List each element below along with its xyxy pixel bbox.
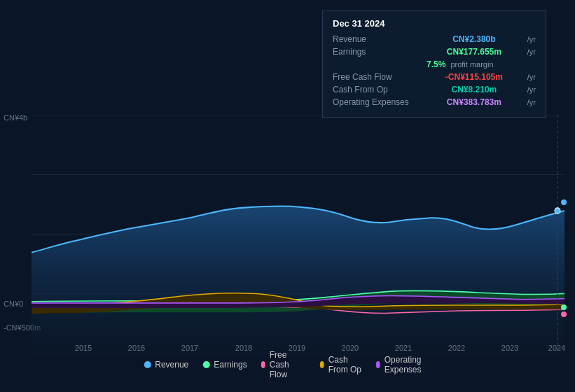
- tooltip-suffix-fcf: /yr: [527, 73, 536, 81]
- tooltip-label-cashop: Cash From Op: [333, 85, 424, 94]
- x-label-2022: 2022: [448, 344, 465, 352]
- legend-label-fcf: Free Cash Flow: [270, 350, 306, 379]
- side-dot-fcf: [561, 312, 567, 317]
- tooltip-row-opex: Operating Expenses CN¥383.783m /yr: [333, 97, 536, 107]
- legend-dot-opex: [376, 361, 380, 368]
- tooltip-row-revenue: Revenue CN¥2.380b /yr: [333, 34, 536, 44]
- profit-margin-row: 7.5% profit margin: [427, 59, 536, 69]
- profit-margin-value: 7.5%: [427, 59, 445, 69]
- side-dot-revenue: [561, 200, 567, 205]
- profit-margin-label: profit margin: [448, 60, 493, 69]
- tooltip-suffix-opex: /yr: [527, 98, 536, 106]
- tooltip-value-opex: CN¥383.783m: [447, 97, 501, 107]
- legend-label-opex: Operating Expenses: [385, 355, 431, 374]
- tooltip-label-opex: Operating Expenses: [333, 97, 424, 107]
- legend-dot-fcf: [261, 361, 265, 368]
- legend: Revenue Earnings Free Cash Flow Cash Fro…: [144, 350, 431, 379]
- legend-label-revenue: Revenue: [155, 360, 188, 370]
- tooltip-value-cashop: CN¥8.210m: [452, 85, 497, 94]
- tooltip-suffix-earnings: /yr: [527, 48, 536, 56]
- legend-label-cashop: Cash From Op: [328, 355, 362, 374]
- legend-dot-revenue: [144, 361, 151, 368]
- tooltip-suffix-revenue: /yr: [527, 35, 536, 43]
- tooltip-label-revenue: Revenue: [333, 34, 424, 44]
- legend-item-cashop: Cash From Op: [320, 355, 362, 374]
- tooltip-row-cashop: Cash From Op CN¥8.210m /yr: [333, 85, 536, 94]
- tooltip-value-fcf: -CN¥115.105m: [445, 72, 503, 82]
- tooltip-box: Dec 31 2024 Revenue CN¥2.380b /yr Earnin…: [322, 10, 546, 118]
- y-label-top: CN¥4b: [4, 113, 27, 122]
- legend-dot-earnings: [202, 361, 209, 368]
- legend-item-fcf: Free Cash Flow: [261, 350, 306, 379]
- svg-point-6: [555, 208, 560, 214]
- tooltip-value-revenue: CN¥2.380b: [452, 34, 495, 44]
- tooltip-suffix-cashop: /yr: [527, 85, 536, 94]
- tooltip-label-fcf: Free Cash Flow: [333, 72, 424, 82]
- legend-dot-cashop: [320, 361, 324, 368]
- tooltip-label-earnings: Earnings: [333, 47, 424, 57]
- chart-area: [32, 115, 564, 354]
- legend-label-earnings: Earnings: [214, 360, 247, 370]
- x-label-2015: 2015: [75, 344, 92, 352]
- chart-container: Dec 31 2024 Revenue CN¥2.380b /yr Earnin…: [0, 0, 575, 392]
- legend-item-opex: Operating Expenses: [376, 355, 431, 374]
- side-dot-earnings: [561, 304, 567, 310]
- legend-item-earnings: Earnings: [202, 360, 247, 370]
- chart-svg: [32, 115, 564, 354]
- y-label-mid: CN¥0: [4, 300, 23, 308]
- x-label-2023: 2023: [501, 344, 518, 352]
- tooltip-date: Dec 31 2024: [333, 18, 536, 29]
- legend-item-revenue: Revenue: [144, 360, 188, 370]
- x-label-2024: 2024: [548, 344, 565, 352]
- tooltip-value-earnings: CN¥177.655m: [447, 47, 501, 57]
- tooltip-row-fcf: Free Cash Flow -CN¥115.105m /yr: [333, 72, 536, 82]
- x-label-2016: 2016: [128, 344, 145, 352]
- tooltip-row-earnings: Earnings CN¥177.655m /yr: [333, 47, 536, 57]
